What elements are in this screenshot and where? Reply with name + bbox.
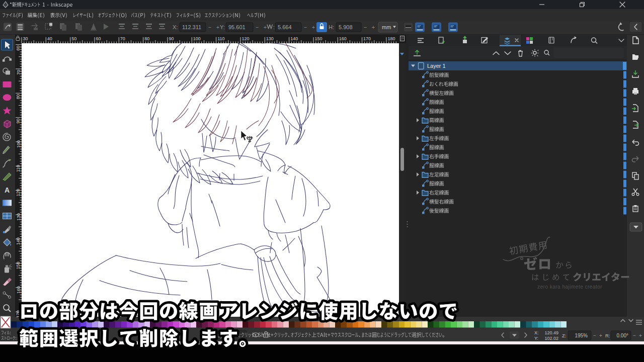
svg-text:170: 170	[363, 36, 371, 41]
svg-text:+: +	[312, 24, 315, 30]
svg-text:100: 100	[193, 36, 201, 41]
svg-text:140: 140	[16, 237, 21, 245]
svg-text:130: 130	[16, 213, 21, 221]
svg-text:80: 80	[144, 36, 149, 41]
svg-text:160: 160	[339, 36, 347, 41]
svg-text:H:: H:	[329, 24, 334, 30]
svg-text:112.311: 112.311	[182, 24, 201, 30]
svg-text:150: 150	[16, 262, 21, 269]
svg-text:+: +	[216, 24, 219, 30]
svg-text:Y:: Y:	[220, 24, 225, 30]
svg-text:−: −	[208, 24, 211, 30]
svg-text:60: 60	[96, 36, 101, 41]
svg-text:120: 120	[16, 189, 21, 197]
svg-text:0.00°: 0.00°	[617, 333, 628, 338]
svg-text:R:: R:	[605, 333, 610, 338]
svg-text:30: 30	[23, 36, 28, 41]
svg-text:90: 90	[16, 119, 21, 124]
svg-text:−: −	[256, 24, 259, 30]
svg-text:120: 120	[242, 36, 249, 41]
svg-text:120.49: 120.49	[544, 330, 558, 335]
svg-text:80: 80	[16, 94, 21, 99]
svg-text:102.02: 102.02	[544, 336, 558, 341]
svg-text:X:: X:	[173, 24, 178, 30]
svg-text:+: +	[372, 24, 375, 30]
svg-text:50: 50	[71, 36, 76, 41]
svg-text:zero kara hajimete creator: zero kara hajimete creator	[537, 284, 602, 290]
svg-text:mm: mm	[382, 24, 391, 30]
svg-text:40: 40	[47, 36, 52, 41]
svg-text:100: 100	[16, 140, 21, 148]
svg-text:Z:: Z:	[562, 333, 566, 338]
svg-text:X:: X:	[534, 330, 539, 335]
svg-text:+: +	[599, 333, 602, 338]
svg-text:110: 110	[217, 36, 224, 41]
svg-text:+: +	[639, 333, 642, 338]
svg-text:110: 110	[16, 165, 21, 172]
svg-text:A: A	[5, 186, 10, 194]
svg-text:Layer 1: Layer 1	[427, 63, 446, 69]
svg-text:5.664: 5.664	[278, 24, 292, 30]
svg-text:150: 150	[314, 36, 322, 41]
svg-text:−: −	[304, 24, 307, 30]
svg-text:−: −	[364, 24, 367, 30]
svg-text:−: −	[633, 333, 636, 338]
svg-text:Y:: Y:	[534, 336, 538, 341]
svg-text:60: 60	[16, 46, 21, 51]
svg-text:+: +	[264, 24, 267, 30]
svg-text::: :	[273, 24, 275, 30]
svg-text:160: 160	[16, 286, 21, 294]
svg-text:5.908: 5.908	[339, 24, 353, 30]
svg-text:90: 90	[169, 36, 174, 41]
svg-text:140: 140	[290, 36, 298, 41]
svg-text:95.601: 95.601	[228, 24, 246, 30]
svg-text:−: −	[593, 333, 596, 338]
svg-text:195%: 195%	[575, 333, 588, 338]
svg-text:70: 70	[120, 36, 125, 41]
svg-text:130: 130	[266, 36, 274, 41]
svg-text:70: 70	[16, 70, 21, 75]
svg-text:180: 180	[387, 36, 395, 41]
